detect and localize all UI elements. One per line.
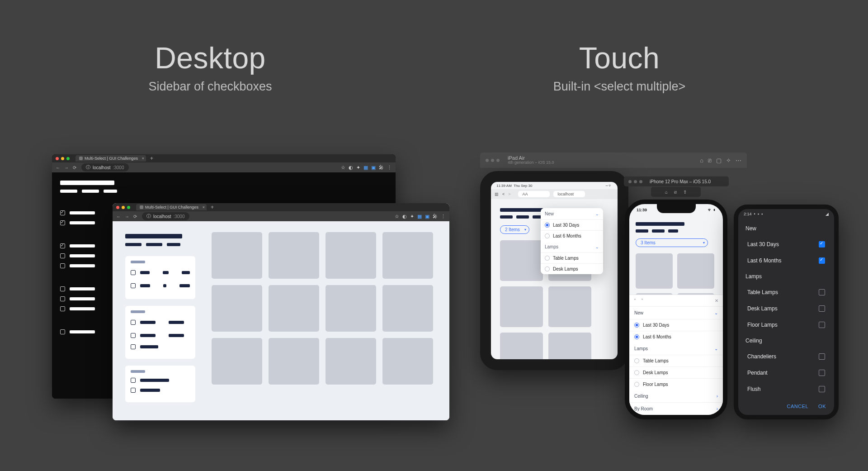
aa-button[interactable]: AA [523,192,528,196]
filter-select[interactable]: 3 Items [636,238,708,247]
checkbox[interactable] [131,320,136,325]
checkbox[interactable] [60,296,65,301]
option-row[interactable]: Desk Lamps [541,263,603,274]
option-row[interactable]: Last 30 Days [629,319,723,331]
ipad-url-bar[interactable]: ▥ <> AA localhost [491,189,618,199]
forward-icon[interactable]: → [64,165,69,170]
moon-icon[interactable]: ◐ [349,165,353,171]
reload-icon[interactable]: ⟳ [133,214,138,219]
reload-icon[interactable]: ⟳ [73,165,78,170]
result-card[interactable] [326,285,376,332]
settings-icon[interactable]: ✧ [726,157,731,164]
address-bar[interactable]: ⓘ localhost:3000 [142,212,189,220]
option-row[interactable]: Floor Lamps [629,378,723,390]
result-card[interactable] [500,333,543,370]
checkbox[interactable] [131,388,136,393]
checkbox[interactable] [60,263,65,268]
option-row[interactable]: Last 6 Months [541,230,603,241]
close-tab-icon[interactable]: × [203,205,205,209]
menu-icon[interactable]: ⋮ [441,214,446,219]
result-card[interactable] [326,338,376,385]
site-info-icon[interactable]: ⓘ [146,213,151,219]
devtools-icon[interactable]: ▦ [363,165,368,171]
checkbox[interactable] [131,270,136,275]
moon-icon[interactable]: ◐ [402,214,407,219]
checkbox[interactable] [60,329,65,334]
mic-icon[interactable]: 🎤︎ [379,165,384,170]
back-icon[interactable]: ← [116,214,121,219]
option-row[interactable]: Table Lamps [738,284,834,300]
sheet-section[interactable]: By Room [634,406,653,411]
keyboard-nav[interactable]: ˄ ˅ [634,298,645,303]
result-card[interactable] [500,286,543,327]
option-row[interactable]: Last 6 Months [738,252,834,269]
option-row[interactable]: Pendant [738,365,834,381]
checkbox[interactable] [60,220,65,225]
checkbox[interactable] [60,210,65,215]
more-icon[interactable]: ⋯ [736,157,741,164]
option-row[interactable]: Desk Lamps [738,300,834,317]
window-controls[interactable] [56,157,70,160]
screenshot-icon[interactable]: ⎚ [708,157,712,164]
result-card[interactable] [212,285,262,332]
home-icon[interactable]: ⌂ [665,190,668,195]
result-card[interactable] [269,232,319,279]
new-tab-button[interactable]: + [211,204,214,210]
close-icon[interactable]: ✕ [715,298,718,303]
option-row[interactable]: Floor Lamps [738,317,834,333]
select-sheet[interactable]: ˄ ˅ ✕ New⌄ Last 30 Days Last 6 Months La… [629,295,723,415]
home-icon[interactable]: ⌂ [700,157,703,164]
browser-tab[interactable]: Multi-Select | GUI Challenges × [136,204,207,210]
window-controls[interactable] [116,206,130,209]
result-card[interactable] [500,240,543,281]
checkbox[interactable] [60,286,65,291]
option-row[interactable]: Flush [738,381,834,397]
option-row[interactable]: Chandeliers [738,348,834,365]
select-dialog[interactable]: New Last 30 Days Last 6 Months Lamps Tab… [738,219,834,399]
checkbox[interactable] [131,333,136,338]
result-card[interactable] [212,338,262,385]
option-row[interactable]: Last 6 Months [629,331,723,343]
result-card[interactable] [548,286,591,327]
option-row[interactable]: Last 30 Days [738,236,834,252]
result-card[interactable] [548,333,591,370]
checkbox[interactable] [131,344,136,349]
star-icon[interactable]: ☆ [341,165,345,171]
browser-tab[interactable]: Multi-Select | GUI Challenges × [75,155,146,162]
star-icon[interactable]: ☆ [395,214,399,219]
option-row[interactable]: Table Lamps [541,252,603,263]
cast-icon[interactable]: ▣ [371,165,376,171]
rotate-icon[interactable]: ▢ [716,157,722,164]
result-card[interactable] [677,253,714,289]
result-card[interactable] [382,285,433,332]
window-controls[interactable] [486,159,500,162]
share-icon[interactable]: ⇧ [683,190,687,195]
forward-icon[interactable]: → [125,214,130,219]
screenshot-icon[interactable]: ⎚ [674,190,677,195]
site-info-icon[interactable]: ⓘ [86,164,90,171]
cast-icon[interactable]: ▣ [425,214,429,219]
extension-icon[interactable]: ✦ [410,214,414,219]
checkbox[interactable] [131,378,136,383]
sidebar-icon[interactable]: ▥ [495,192,499,196]
result-card[interactable] [269,338,319,385]
filter-select[interactable]: 2 Items [500,225,529,234]
address-bar[interactable]: ⓘ localhost:3000 [81,163,129,171]
mic-icon[interactable]: 🎤︎ [433,214,438,219]
select-popover[interactable]: New⌄ Last 30 Days Last 6 Months Lamps⌄ T… [541,208,603,274]
new-tab-button[interactable]: + [150,155,153,162]
devtools-icon[interactable]: ▦ [417,214,422,219]
cancel-button[interactable]: CANCEL [787,404,808,409]
checkbox[interactable] [131,283,136,288]
ok-button[interactable]: OK [818,404,826,409]
checkbox[interactable] [60,306,65,311]
result-card[interactable] [326,232,376,279]
extension-icon[interactable]: ✦ [356,165,360,171]
result-card[interactable] [269,285,319,332]
result-card[interactable] [212,232,262,279]
sheet-section[interactable]: Ceiling [634,394,648,399]
result-card[interactable] [382,338,433,385]
checkbox[interactable] [60,243,65,248]
result-card[interactable] [636,253,673,289]
result-card[interactable] [382,232,433,279]
